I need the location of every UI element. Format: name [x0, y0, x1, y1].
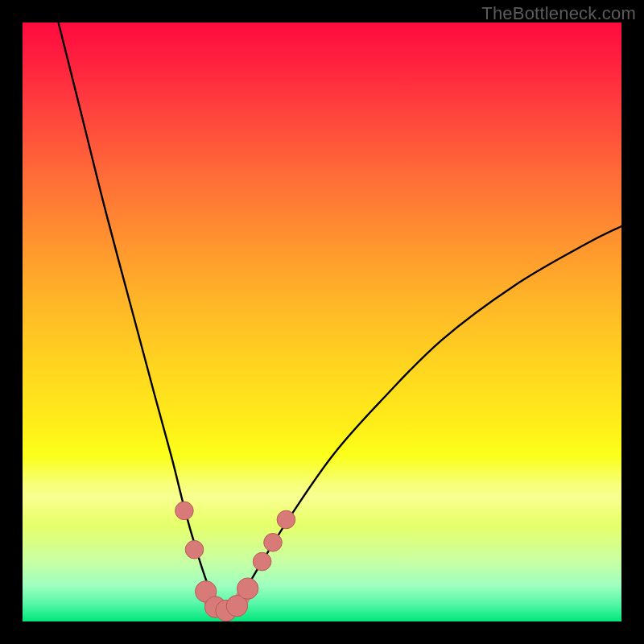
marker-left-lower: [185, 540, 204, 559]
outer-frame: TheBottleneck.com: [0, 0, 644, 644]
watermark-text: TheBottleneck.com: [481, 3, 636, 24]
bottleneck-curve-path: [59, 23, 621, 613]
marker-trough-5: [237, 578, 258, 599]
chart-svg: [23, 23, 621, 621]
marker-left-upper: [175, 502, 194, 520]
marker-right-3: [277, 510, 295, 529]
plot-area: [23, 23, 621, 621]
curve-group: [59, 23, 621, 613]
marker-right-1: [253, 552, 271, 571]
markers-group: [175, 502, 295, 621]
marker-right-2: [264, 534, 283, 552]
